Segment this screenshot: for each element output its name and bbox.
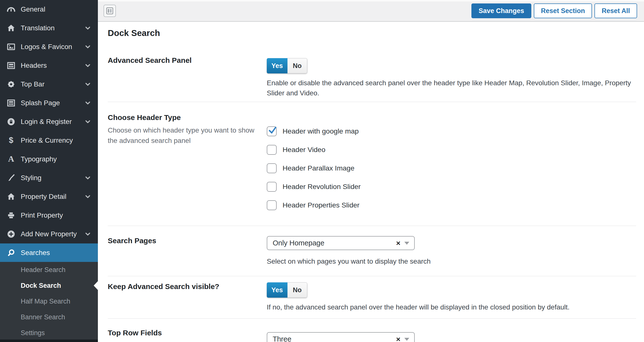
checkbox-label[interactable]: Header Parallax Image bbox=[282, 164, 354, 172]
search-icon bbox=[6, 248, 16, 258]
checkbox-label[interactable]: Header Video bbox=[282, 146, 326, 154]
keep-advanced-search-visible-label: Keep Advanced Search visible? bbox=[108, 282, 219, 291]
dropdown-caret-icon[interactable] bbox=[404, 242, 409, 245]
chevron-down-icon bbox=[84, 99, 92, 107]
clear-selection-icon[interactable]: × bbox=[396, 240, 400, 247]
sidebar-item-price-currency[interactable]: $ Price & Currency bbox=[0, 131, 98, 150]
top-row-fields-label: Top Row Fields bbox=[108, 329, 162, 337]
sidebar-bottom-strip bbox=[0, 340, 98, 342]
section-divider bbox=[108, 276, 636, 276]
submenu-item-label: Dock Search bbox=[21, 282, 61, 290]
sidebar-item-label: Property Detail bbox=[21, 193, 66, 201]
settings-panel: Dock Search Advanced Search Panel Yes No… bbox=[98, 22, 644, 342]
layout-icon bbox=[6, 61, 16, 70]
sidebar-item-label: Styling bbox=[21, 174, 42, 182]
toggle-no-button[interactable]: No bbox=[288, 58, 307, 73]
layout-icon bbox=[6, 98, 16, 108]
sidebar-item-print-property[interactable]: Print Property bbox=[0, 206, 98, 225]
checkbox-header-revolution-slider[interactable]: Header Revolution Slider bbox=[267, 177, 361, 196]
dropdown-caret-icon[interactable] bbox=[404, 338, 409, 341]
checkbox-unchecked-icon[interactable] bbox=[267, 163, 277, 173]
sidebar-item-label: Top Bar bbox=[21, 80, 45, 88]
active-item-arrow-icon bbox=[94, 281, 98, 290]
choose-header-type-label: Choose Header Type bbox=[108, 113, 181, 122]
top-row-fields-select[interactable]: Three × bbox=[267, 332, 415, 342]
advanced-search-panel-description: Enable or disable the advanced search pa… bbox=[267, 78, 632, 98]
sidebar-item-top-bar[interactable]: Top Bar bbox=[0, 75, 98, 94]
sidebar-item-splash-page[interactable]: Splash Page bbox=[0, 94, 98, 112]
brush-icon bbox=[6, 173, 16, 183]
sidebar-item-label: Print Property bbox=[21, 211, 63, 219]
selected-value: Three bbox=[273, 335, 396, 342]
save-changes-button[interactable]: Save Changes bbox=[472, 3, 531, 18]
sidebar-item-logos-favicon[interactable]: Logos & Favicon bbox=[0, 37, 98, 56]
sidebar-item-general[interactable]: General bbox=[0, 0, 98, 19]
checkbox-label[interactable]: Header Properties Slider bbox=[282, 201, 360, 209]
dashboard-icon bbox=[6, 5, 16, 14]
svg-text:A: A bbox=[8, 154, 14, 163]
sidebar-item-styling[interactable]: Styling bbox=[0, 169, 98, 187]
submenu-item-header-search[interactable]: Header Search bbox=[0, 262, 98, 278]
layout-toggle-icon bbox=[106, 7, 114, 15]
reset-section-button[interactable]: Reset Section bbox=[534, 3, 592, 18]
image-icon bbox=[6, 42, 16, 51]
checkbox-label[interactable]: Header with google map bbox=[282, 127, 359, 135]
sidebar-item-label: Logos & Favicon bbox=[21, 43, 72, 51]
sidebar-item-label: Headers bbox=[21, 62, 47, 69]
reset-all-button[interactable]: Reset All bbox=[594, 3, 637, 18]
submenu-item-banner-search[interactable]: Banner Search bbox=[0, 309, 98, 325]
submenu-item-label: Half Map Search bbox=[21, 298, 70, 305]
chevron-down-icon bbox=[84, 193, 92, 200]
letter-a-icon: A bbox=[6, 154, 16, 164]
sidebar-item-typography[interactable]: A Typography bbox=[0, 150, 98, 169]
section-divider bbox=[108, 102, 636, 102]
search-pages-description: Select on which pages you want to displa… bbox=[267, 256, 644, 266]
sidebar-item-headers[interactable]: Headers bbox=[0, 56, 98, 75]
sidebar-item-label: Translation bbox=[21, 24, 54, 32]
checkbox-header-properties-slider[interactable]: Header Properties Slider bbox=[267, 196, 361, 214]
checkbox-header-video[interactable]: Header Video bbox=[267, 140, 361, 159]
sidebar: General Translation Logos & Favicon Head… bbox=[0, 0, 98, 342]
checkbox-unchecked-icon[interactable] bbox=[267, 200, 277, 210]
checkbox-unchecked-icon[interactable] bbox=[267, 145, 277, 155]
toggle-no-button[interactable]: No bbox=[288, 282, 307, 298]
page-title: Dock Search bbox=[108, 28, 160, 38]
clear-selection-icon[interactable]: × bbox=[396, 336, 400, 342]
search-pages-select[interactable]: Only Homepage × bbox=[267, 236, 415, 250]
chevron-down-icon bbox=[84, 81, 92, 88]
sidebar-item-label: Searches bbox=[21, 249, 50, 257]
chevron-down-icon bbox=[84, 118, 92, 125]
header-type-checkbox-group: Header with google map Header Video Head… bbox=[267, 122, 361, 214]
submenu-item-label: Banner Search bbox=[21, 314, 65, 321]
toolbar-buttons: Save Changes Reset Section Reset All bbox=[472, 3, 637, 18]
keep-advanced-search-visible-toggle: Yes No bbox=[267, 282, 307, 298]
chevron-down-icon bbox=[84, 62, 92, 69]
choose-header-type-description: Choose on which header type you want to … bbox=[108, 125, 263, 146]
checkbox-header-parallax-image[interactable]: Header Parallax Image bbox=[267, 159, 361, 177]
submenu-item-half-map-search[interactable]: Half Map Search bbox=[0, 294, 98, 309]
sidebar-item-label: Login & Register bbox=[21, 118, 72, 126]
toggle-yes-button[interactable]: Yes bbox=[267, 58, 288, 73]
submenu-item-dock-search[interactable]: Dock Search bbox=[0, 278, 98, 294]
keep-advanced-search-visible-description: If no, the advanced search panel over th… bbox=[267, 302, 644, 312]
lock-circle-icon bbox=[6, 117, 16, 126]
sidebar-item-property-detail[interactable]: Property Detail bbox=[0, 187, 98, 206]
section-divider bbox=[108, 318, 636, 319]
submenu-item-settings[interactable]: Settings bbox=[0, 325, 98, 341]
home-icon bbox=[6, 192, 16, 201]
toggle-yes-button[interactable]: Yes bbox=[267, 282, 288, 298]
plus-circle-icon bbox=[6, 229, 16, 239]
checkbox-header-with-google-map[interactable]: Header with google map bbox=[267, 122, 361, 140]
gear-icon bbox=[6, 80, 16, 89]
chevron-down-icon bbox=[84, 24, 92, 32]
sidebar-item-searches[interactable]: Searches bbox=[0, 243, 98, 262]
sidebar-item-add-new-property[interactable]: Add New Property bbox=[0, 225, 98, 243]
checkbox-checked-icon[interactable] bbox=[267, 126, 277, 136]
sidebar-item-login-register[interactable]: Login & Register bbox=[0, 112, 98, 131]
sidebar-item-translation[interactable]: Translation bbox=[0, 19, 98, 37]
layout-toggle-button[interactable] bbox=[104, 5, 116, 17]
chevron-down-icon bbox=[84, 174, 92, 182]
checkbox-unchecked-icon[interactable] bbox=[267, 182, 277, 192]
checkbox-label[interactable]: Header Revolution Slider bbox=[282, 183, 361, 191]
submenu-item-label: Settings bbox=[21, 329, 45, 337]
